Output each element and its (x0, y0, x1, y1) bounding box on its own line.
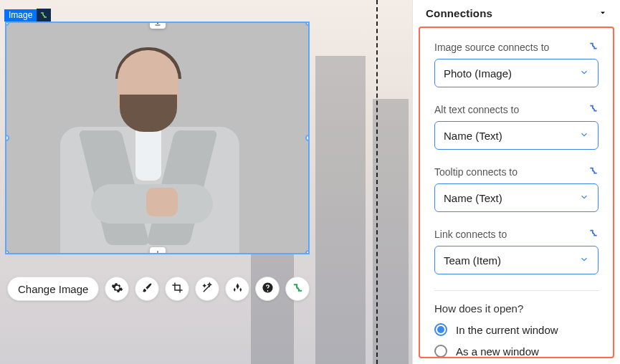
radio-current-window[interactable]: In the current window (434, 323, 598, 336)
dropdown-value: Name (Text) (444, 192, 502, 204)
connect-icon[interactable] (588, 166, 598, 178)
radio-label: As a new window (456, 345, 539, 358)
field-alt-text: Alt text connects to Name (Text) (434, 103, 598, 150)
connect-icon (292, 282, 304, 296)
connect-data-button[interactable] (285, 277, 310, 301)
resize-handle-ml[interactable] (5, 135, 9, 141)
wand-icon (201, 282, 214, 296)
field-link: Link connects to Team (Item) (434, 228, 598, 274)
radio-icon (434, 345, 447, 358)
vertical-guide[interactable] (376, 0, 378, 364)
stretch-bottom-button[interactable] (150, 247, 166, 254)
connect-icon[interactable] (588, 103, 598, 115)
floating-toolbar: Change Image (7, 277, 310, 301)
open-behavior-question: How does it open? (434, 302, 598, 315)
panel-title: Connections (426, 7, 492, 19)
selected-image[interactable] (5, 21, 310, 254)
field-label: Tooltip connects to (434, 166, 518, 178)
connections-panel: Connections Image source connects to Pho… (412, 0, 620, 364)
connect-icon[interactable] (588, 41, 598, 53)
animation-button[interactable] (225, 277, 249, 301)
image-content-placeholder (6, 23, 308, 253)
element-type-label: Image (4, 9, 37, 21)
dropdown-value: Photo (Image) (444, 67, 512, 80)
dropdown-alt-text[interactable]: Name (Text) (434, 121, 598, 150)
element-type-badge: Image (4, 9, 51, 21)
radio-icon (434, 323, 447, 336)
dropdown-tooltip[interactable]: Name (Text) (434, 183, 598, 212)
filters-button[interactable] (195, 277, 219, 301)
stretch-top-button[interactable] (150, 21, 166, 29)
dropdown-link[interactable]: Team (Item) (434, 246, 598, 274)
resize-handle-mr[interactable] (305, 135, 310, 141)
collapse-icon (598, 7, 607, 19)
divider (434, 290, 598, 291)
chevron-down-icon (579, 254, 589, 267)
radio-new-window[interactable]: As a new window (434, 345, 598, 358)
crop-icon (171, 282, 183, 296)
brush-icon (141, 282, 153, 296)
field-label: Link connects to (434, 229, 507, 240)
field-label: Image source connects to (434, 42, 549, 53)
help-icon (262, 282, 274, 296)
resize-handle-tr[interactable] (305, 21, 310, 26)
resize-handle-br[interactable] (305, 250, 310, 254)
crop-button[interactable] (165, 277, 189, 301)
design-button[interactable] (135, 277, 159, 301)
panel-section-header[interactable]: Connections (413, 0, 620, 27)
editor-canvas[interactable]: Image (0, 0, 412, 364)
gear-icon (111, 282, 123, 296)
settings-button[interactable] (105, 277, 129, 301)
dropdown-value: Team (Item) (444, 254, 501, 267)
highlighted-settings-region: Image source connects to Photo (Image) A… (419, 27, 614, 358)
chevron-down-icon (579, 130, 589, 142)
connect-icon (37, 9, 51, 21)
field-image-source: Image source connects to Photo (Image) (434, 41, 598, 87)
chevron-down-icon (579, 67, 589, 80)
animation-icon (232, 282, 244, 296)
field-tooltip: Tooltip connects to Name (Text) (434, 166, 598, 212)
resize-handle-bl[interactable] (5, 250, 9, 254)
radio-label: In the current window (456, 324, 558, 336)
chevron-down-icon (579, 192, 589, 204)
change-image-button[interactable]: Change Image (7, 277, 99, 301)
field-label: Alt text connects to (434, 104, 519, 115)
dropdown-value: Name (Text) (444, 130, 502, 142)
dropdown-image-source[interactable]: Photo (Image) (434, 59, 598, 87)
connect-icon[interactable] (588, 228, 598, 240)
help-button[interactable] (255, 277, 280, 301)
